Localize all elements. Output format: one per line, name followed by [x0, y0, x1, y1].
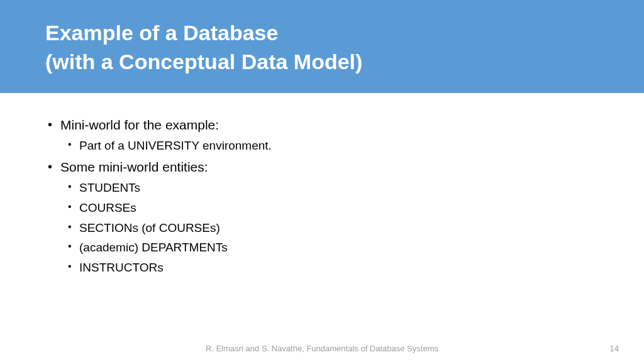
bullet-item: (academic) DEPARTMENTs [45, 239, 599, 256]
bullet-text: Some mini-world entities: [60, 160, 208, 174]
bullet-item: SECTIONs (of COURSEs) [45, 220, 599, 237]
title-line-1: Example of a Database [45, 21, 278, 45]
bullet-text: COURSEs [79, 201, 136, 214]
bullet-text: INSTRUCTORs [79, 261, 164, 274]
bullet-item: STUDENTs [45, 180, 599, 197]
bullet-text: SECTIONs (of COURSEs) [79, 221, 220, 234]
slide-content: Mini-world for the example: Part of a UN… [0, 93, 644, 276]
footer-attribution: R. Elmasri and S. Navathe, Fundamentals … [0, 344, 644, 353]
page-number: 14 [610, 344, 619, 353]
bullet-item: COURSEs [45, 200, 599, 217]
bullet-text: (academic) DEPARTMENTs [79, 241, 228, 254]
bullet-text: STUDENTs [79, 181, 140, 194]
bullet-text: Part of a UNIVERSITY environment. [79, 139, 272, 152]
bullet-text: Mini-world for the example: [60, 118, 219, 132]
slide-title: Example of a Database (with a Conceptual… [45, 19, 362, 77]
slide-header: Example of a Database (with a Conceptual… [0, 0, 644, 93]
bullet-item: Mini-world for the example: [45, 116, 599, 134]
title-line-2: (with a Conceptual Data Model) [45, 50, 362, 74]
bullet-item: Part of a UNIVERSITY environment. [45, 138, 599, 155]
bullet-item: INSTRUCTORs [45, 260, 599, 277]
bullet-item: Some mini-world entities: [45, 158, 599, 176]
